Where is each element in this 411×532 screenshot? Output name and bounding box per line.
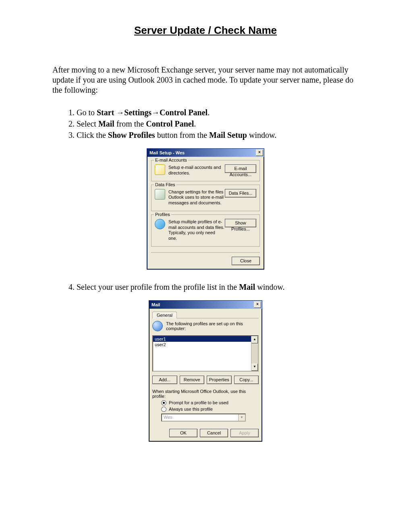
- close-button[interactable]: Close: [232, 257, 260, 265]
- list-item[interactable]: user2: [153, 342, 258, 347]
- cancel-button[interactable]: Cancel: [200, 429, 228, 437]
- group-data-legend: Data Files: [154, 182, 176, 187]
- page-title: Server Update / Check Name: [52, 24, 359, 37]
- intro-text: After moving to a new Microsoft Exchange…: [52, 65, 359, 95]
- copy-button[interactable]: Copy...: [234, 376, 259, 384]
- group-email-legend: E-mail Accounts: [154, 158, 188, 162]
- radio-prompt-row[interactable]: Prompt for a profile to be used: [161, 400, 259, 405]
- step-2: Select Mail from the Control Panel.: [77, 118, 359, 129]
- radio-always-label: Always use this profile: [169, 407, 213, 411]
- steps-list-2: Select your user profile from the profil…: [54, 282, 359, 292]
- close-icon[interactable]: ×: [254, 301, 261, 308]
- apply-button[interactable]: Apply: [230, 429, 259, 437]
- group-profiles-legend: Profiles: [154, 212, 171, 217]
- email-accounts-button[interactable]: E-mail Accounts...: [225, 164, 256, 173]
- profile-combo-value: Wes: [162, 414, 238, 421]
- list-item[interactable]: user1: [153, 336, 258, 342]
- data-files-button[interactable]: Data Files...: [225, 189, 256, 197]
- show-profiles-button[interactable]: Show Profiles...: [225, 219, 256, 227]
- group-profiles-text: Setup multiple profiles of e-mail accoun…: [168, 219, 225, 241]
- radio-always-row[interactable]: Always use this profile: [161, 407, 259, 412]
- mail-titlebar: Mail ×: [149, 301, 262, 309]
- chevron-down-icon[interactable]: ▼: [238, 414, 245, 421]
- properties-button[interactable]: Properties: [207, 376, 232, 384]
- radio-prompt[interactable]: [161, 400, 166, 405]
- group-data-files: Data Files Change settings for the files…: [151, 185, 260, 211]
- ok-button[interactable]: OK: [169, 429, 197, 437]
- startup-profile-text: When starting Microsoft Office Outlook, …: [152, 389, 259, 399]
- step-4: Select your user profile from the profil…: [77, 282, 359, 292]
- data-files-icon: [155, 189, 165, 200]
- remove-button[interactable]: Remove: [180, 376, 205, 384]
- step-3: Click the Show Profiles button from the …: [77, 130, 359, 140]
- close-icon[interactable]: ×: [256, 150, 263, 156]
- group-profiles: Profiles Setup multiple profiles of e-ma…: [151, 214, 260, 247]
- group-data-text: Change settings for the files Outlook us…: [168, 189, 225, 206]
- group-email-text: Setup e-mail accounts and directories.: [168, 164, 225, 176]
- profiles-icon: [155, 219, 165, 229]
- profile-combo[interactable]: Wes ▼: [161, 414, 246, 422]
- mail-dialog: Mail × General The following profiles ar…: [149, 300, 262, 442]
- group-email-accounts: E-mail Accounts Setup e-mail accounts an…: [151, 160, 260, 181]
- mail-title: Mail: [152, 302, 160, 307]
- tab-general[interactable]: General: [152, 312, 177, 318]
- step-1: Go to Start →Settings→Control Panel.: [77, 107, 359, 118]
- profiles-listbox[interactable]: user1user2 ▲ ▼: [152, 335, 259, 372]
- radio-always[interactable]: [161, 407, 166, 412]
- mail-icon: [155, 164, 165, 175]
- steps-list: Go to Start →Settings→Control Panel. Sel…: [54, 107, 359, 140]
- mail-setup-dialog: Mail Setup - Wes × E-mail Accounts Setup…: [147, 148, 264, 270]
- tab-bar: General: [152, 311, 259, 318]
- scroll-down-icon[interactable]: ▼: [251, 364, 258, 371]
- globe-icon: [152, 321, 163, 331]
- add-button[interactable]: Add...: [152, 376, 177, 384]
- scrollbar[interactable]: ▲ ▼: [251, 336, 258, 371]
- profiles-info-text: The following profiles are set up on thi…: [166, 321, 259, 331]
- mail-setup-titlebar: Mail Setup - Wes ×: [147, 149, 264, 157]
- scroll-up-icon[interactable]: ▲: [251, 336, 258, 343]
- mail-setup-title: Mail Setup - Wes: [149, 150, 185, 155]
- scroll-track[interactable]: [251, 343, 258, 364]
- radio-prompt-label: Prompt for a profile to be used: [169, 400, 228, 405]
